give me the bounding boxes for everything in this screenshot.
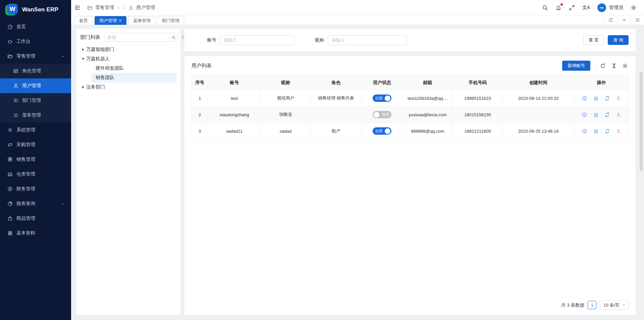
tree-item-label: 销售团队 bbox=[96, 75, 114, 81]
bank-icon bbox=[7, 172, 13, 177]
refresh-icon[interactable] bbox=[604, 15, 617, 25]
sidebar-item-purchase[interactable]: 采购管理 bbox=[0, 137, 71, 152]
maximize-icon[interactable] bbox=[631, 15, 644, 25]
department-tree: 万森智能部门 万森机器人 硬件研发团队 销售团队 法务部门 bbox=[80, 45, 176, 92]
toggle-knob bbox=[374, 112, 379, 118]
sidebar-item-role-mgmt[interactable]: 角色管理 bbox=[0, 64, 71, 78]
edit-icon[interactable] bbox=[593, 129, 598, 134]
tab-user-mgmt[interactable]: 用户管理 bbox=[95, 16, 126, 25]
tree-collapsed-icon[interactable] bbox=[80, 86, 86, 88]
tab-dept-mgmt[interactable]: 部门管理 bbox=[157, 16, 184, 25]
cell-actions bbox=[574, 90, 629, 107]
user-icon bbox=[13, 83, 18, 88]
sidebar-item-user-mgmt[interactable]: 用户管理 bbox=[0, 78, 71, 93]
toggle-label: 停用 bbox=[382, 112, 389, 117]
scrollbar-thumb[interactable] bbox=[640, 72, 643, 171]
column-settings-gear-icon[interactable] bbox=[622, 63, 628, 69]
user-avatar[interactable] bbox=[597, 3, 606, 12]
edit-icon[interactable] bbox=[593, 96, 598, 101]
chevron-up-icon bbox=[61, 54, 65, 58]
remove-user-icon[interactable] bbox=[616, 129, 621, 134]
column-header: 序号 bbox=[192, 75, 208, 90]
sidebar-item-menu-mgmt[interactable]: 菜单管理 bbox=[0, 108, 71, 123]
tree-item[interactable]: 法务部门 bbox=[80, 82, 176, 92]
content-area: 部门列表 万森智能部门 万森机器人 bbox=[71, 25, 644, 320]
reset-button[interactable]: 重 置 bbox=[583, 35, 604, 45]
status-toggle-on[interactable]: 启用 bbox=[373, 94, 391, 102]
column-header: 账号 bbox=[208, 75, 261, 90]
search-icon[interactable] bbox=[169, 33, 178, 42]
info-icon[interactable] bbox=[582, 129, 587, 134]
cell-created: 2023-09-25 13:46:14 bbox=[503, 123, 574, 139]
chevron-down-icon[interactable] bbox=[117, 6, 120, 10]
cell-seq: 3 bbox=[192, 123, 208, 139]
reset-password-icon[interactable] bbox=[605, 96, 610, 101]
tree-item[interactable]: 万森机器人 bbox=[80, 54, 176, 64]
gear-icon bbox=[7, 127, 13, 133]
cell-role bbox=[311, 107, 362, 123]
toggle-label: 启用 bbox=[375, 129, 382, 134]
row-height-icon[interactable] bbox=[611, 63, 617, 69]
top-header: 零售管理 / 用户管理 文A 管理员 bbox=[71, 0, 644, 16]
sidebar-item-label: 系统管理 bbox=[16, 127, 65, 133]
sidebar-item-system[interactable]: 系统管理 bbox=[0, 123, 71, 137]
sidebar-item-finance[interactable]: 财务管理 bbox=[0, 182, 71, 196]
tree-collapsed-icon[interactable] bbox=[80, 48, 86, 51]
add-account-button[interactable]: 新增账号 bbox=[562, 61, 590, 71]
chevron-down-icon[interactable] bbox=[617, 15, 631, 25]
close-icon[interactable] bbox=[119, 19, 122, 22]
department-search-input[interactable] bbox=[104, 33, 169, 42]
tab-menu-mgmt[interactable]: 菜单管理 bbox=[128, 16, 155, 25]
tree-item[interactable]: 硬件研发团队 bbox=[92, 64, 176, 73]
info-icon[interactable] bbox=[582, 112, 587, 117]
sidebar-collapse-icon[interactable] bbox=[74, 5, 80, 11]
nickname-input[interactable] bbox=[328, 35, 407, 45]
app-title: WanSen ERP bbox=[22, 6, 58, 13]
info-icon[interactable] bbox=[582, 96, 587, 101]
tree-expanded-icon[interactable] bbox=[80, 58, 86, 60]
page-number-button[interactable]: 1 bbox=[588, 301, 596, 309]
sidebar-item-retail[interactable]: 零售管理 bbox=[0, 49, 71, 64]
cell-status: 停用 bbox=[362, 107, 403, 123]
breadcrumb-root[interactable]: 零售管理 bbox=[95, 5, 114, 11]
language-icon[interactable]: 文A bbox=[582, 5, 590, 11]
refresh-icon[interactable] bbox=[600, 63, 606, 69]
account-input[interactable] bbox=[220, 35, 295, 45]
page-size-select[interactable]: 10 条/页 bbox=[600, 301, 629, 310]
tree-item[interactable]: 万森智能部门 bbox=[80, 45, 176, 54]
breadcrumb: 零售管理 / 用户管理 bbox=[87, 5, 155, 11]
sidebar-item-label: 基本资料 bbox=[16, 230, 65, 236]
notification-bell-icon[interactable] bbox=[555, 5, 561, 11]
cell-phone: 18015156235 bbox=[453, 107, 503, 123]
sidebar-item-home[interactable]: 首页 bbox=[0, 19, 71, 34]
dashboard-icon bbox=[7, 24, 13, 29]
sidebar-item-warehouse[interactable]: 仓库管理 bbox=[0, 167, 71, 182]
tree-item-selected[interactable]: 销售团队 bbox=[92, 73, 176, 82]
sidebar-item-basic-data[interactable]: 基本资料 bbox=[0, 226, 71, 241]
search-icon[interactable] bbox=[542, 5, 548, 11]
reset-password-icon[interactable] bbox=[605, 112, 610, 117]
remove-user-icon[interactable] bbox=[616, 96, 621, 101]
sidebar-item-sales[interactable]: 销售管理 bbox=[0, 152, 71, 167]
settings-gear-icon[interactable] bbox=[631, 5, 637, 11]
tab-home[interactable]: 首页 bbox=[74, 16, 93, 25]
edit-icon[interactable] bbox=[593, 112, 598, 117]
total-count: 共 3 条数据 bbox=[561, 302, 584, 308]
column-header: 创建时间 bbox=[503, 75, 574, 90]
sidebar-item-label: 部门管理 bbox=[22, 98, 41, 104]
sidebar-item-reports[interactable]: 报表查询 bbox=[0, 196, 71, 211]
fullscreen-icon[interactable] bbox=[569, 5, 575, 11]
filter-bar: 账号 昵称 重 置 查 询 bbox=[184, 29, 636, 51]
reset-password-icon[interactable] bbox=[605, 129, 610, 134]
remove-user-icon[interactable] bbox=[616, 112, 621, 117]
sidebar-item-workbench[interactable]: 工作台 bbox=[0, 34, 71, 49]
app-logo: W WanSen ERP bbox=[0, 0, 71, 19]
status-toggle-off[interactable]: 停用 bbox=[373, 111, 391, 118]
query-button[interactable]: 查 询 bbox=[608, 35, 629, 45]
status-toggle-on[interactable]: 启用 bbox=[373, 127, 391, 135]
sidebar-item-goods[interactable]: 商品管理 bbox=[0, 211, 71, 226]
page-size-value: 10 条/页 bbox=[603, 302, 620, 308]
pagination: 共 3 条数据 1 10 条/页 bbox=[192, 297, 629, 310]
sidebar-item-dept-mgmt[interactable]: 部门管理 bbox=[0, 93, 71, 108]
exchange-icon bbox=[7, 142, 13, 147]
